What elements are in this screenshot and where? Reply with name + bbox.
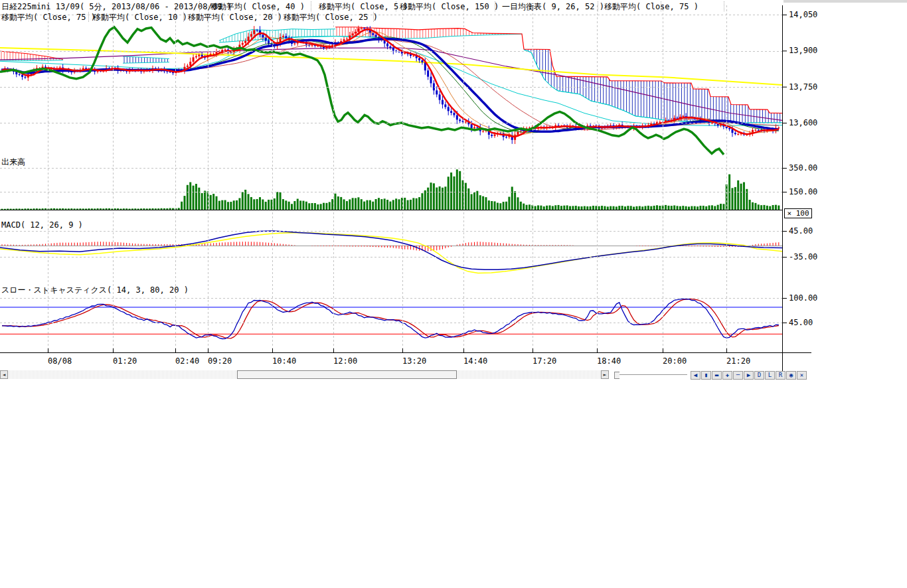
volume-panel-label: 出来高 xyxy=(1,157,25,168)
stoch-axis-label: 45.00 xyxy=(789,318,813,327)
toolbar-button-10[interactable]: ✕ xyxy=(797,371,807,380)
toolbar-button-5[interactable]: ▶ xyxy=(744,371,754,380)
legend-separator xyxy=(278,12,279,22)
toolbar-button-9[interactable]: ◉ xyxy=(786,371,796,380)
time-axis-label: 10:40 xyxy=(272,356,296,366)
mini-slider-track[interactable] xyxy=(619,374,687,375)
axes: 14,05013,90013,75013,600350.00150.0045.0… xyxy=(0,5,817,372)
toolbar-button-4[interactable]: ─ xyxy=(733,371,743,380)
toolbar-button-7[interactable]: L xyxy=(765,371,775,380)
toolbar-button-6[interactable]: D xyxy=(754,371,764,380)
time-axis-label: 08/08 xyxy=(48,356,72,366)
legend-row-2: 移動平均( Close, 75 )移動平均( Close, 10 )移動平均( … xyxy=(0,12,817,22)
price-panel xyxy=(0,26,782,155)
toolbar-button-0[interactable]: ◀ xyxy=(691,371,701,380)
legend-item: 移動平均( Close, 40 ) xyxy=(210,1,305,13)
legend-item: 移動平均( Close, 75 ) xyxy=(1,12,96,23)
chart-canvas: 14,05013,90013,75013,600350.00150.0045.0… xyxy=(0,0,907,382)
legend-item: 移動平均( Close, 75 ) xyxy=(604,1,699,13)
macd-axis-label: -35.00 xyxy=(789,252,817,261)
time-axis-label: 01:20 xyxy=(113,356,137,366)
legend-separator xyxy=(598,1,598,11)
stoch-axis-label: 100.00 xyxy=(789,293,817,303)
toolbar-button-3[interactable]: ✚ xyxy=(722,371,732,380)
time-axis-label: 13:20 xyxy=(402,356,426,366)
time-axis-label: 18:40 xyxy=(597,356,621,366)
time-axis-label: 02:40 xyxy=(175,356,199,366)
legend-item: 移動平均( Close, 25 ) xyxy=(284,12,378,23)
toolbar-button-2[interactable]: ▬ xyxy=(712,371,722,380)
macd-panel xyxy=(0,231,782,273)
chart-application-window: 14,05013,90013,75013,600350.00150.0045.0… xyxy=(0,0,907,588)
scrollbar-track-right[interactable] xyxy=(457,370,601,379)
legend-separator xyxy=(183,12,184,22)
legend-item: 移動平均( Close, 10 ) xyxy=(93,12,187,23)
time-axis-label: 20:00 xyxy=(663,356,687,366)
price-axis-label: 13,750 xyxy=(789,82,817,92)
legend-separator xyxy=(199,1,200,11)
volume-axis-label: 350.00 xyxy=(789,163,817,173)
time-axis-label: 09:20 xyxy=(208,356,232,366)
scrollbar-track-left[interactable] xyxy=(8,370,237,379)
legend-separator xyxy=(396,1,396,11)
legend-separator xyxy=(661,1,661,11)
legend-item: 一目均衡表( 9, 26, 52 ) xyxy=(502,1,604,13)
time-axis-label: 12:00 xyxy=(333,356,357,366)
toolbar-button-8[interactable]: R xyxy=(776,371,785,380)
legend-item: 移動平均( Close, 5 ) xyxy=(319,1,408,13)
time-axis-label: 21:20 xyxy=(726,356,750,366)
legend-row-1: 日経225mini 13/09( 5分, 2013/08/06 - 2013/0… xyxy=(0,1,817,11)
scrollbar-right-arrow-button[interactable]: ► xyxy=(601,370,609,379)
volume-axis-label: 150.00 xyxy=(789,187,817,196)
stoch-panel xyxy=(0,299,782,338)
legend-separator xyxy=(724,1,724,11)
gridlines xyxy=(0,5,782,352)
legend-separator xyxy=(373,12,374,22)
price-axis-label: 13,600 xyxy=(789,118,817,127)
stoch-panel-label: スロー・ストキャスティクス( 14, 3, 80, 20 ) xyxy=(1,285,189,296)
macd-axis-label: 45.00 xyxy=(789,226,813,236)
volume-unit-multiplier-box: × 100 xyxy=(784,208,812,218)
scrollbar-left-arrow-button[interactable]: ◄ xyxy=(0,370,8,379)
legend-separator xyxy=(495,1,495,11)
legend-item: 日経225mini 13/09( 5分, 2013/08/06 - 2013/0… xyxy=(1,1,232,13)
mini-slider-bracket[interactable] xyxy=(614,372,619,379)
toolbar-button-1[interactable]: ▮ xyxy=(701,371,711,380)
time-axis-label: 17:20 xyxy=(533,356,556,366)
legend-separator xyxy=(88,12,89,22)
macd-panel-label: MACD( 12, 26, 9 ) xyxy=(1,220,83,230)
legend-item: 移動平均( Close, 20 ) xyxy=(188,12,282,23)
time-axis-label: 14:40 xyxy=(463,356,487,366)
legend-separator xyxy=(311,1,311,11)
legend-item: 移動平均( Close, 150 ) xyxy=(400,1,499,13)
scrollbar-thumb[interactable] xyxy=(237,370,457,379)
price-axis-label: 13,900 xyxy=(789,46,817,55)
